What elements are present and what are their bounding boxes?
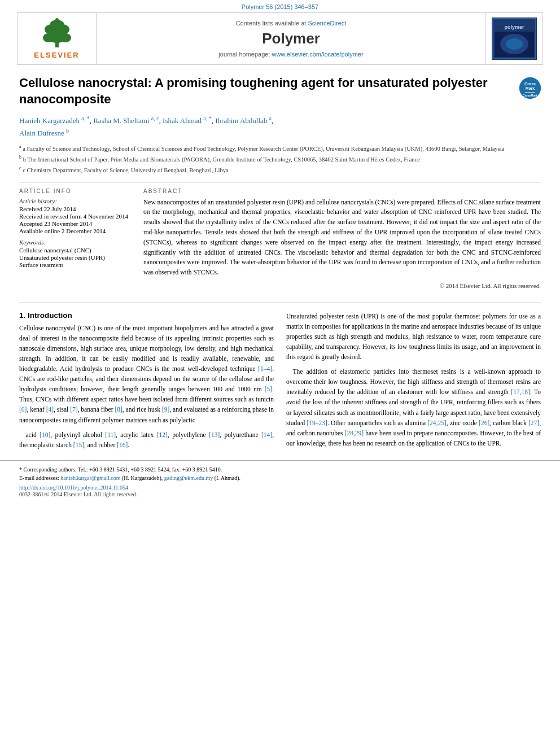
info-abstract-row: ARTICLE INFO Article history: Received 2…	[19, 188, 541, 290]
article-info-col: ARTICLE INFO Article history: Received 2…	[19, 188, 132, 290]
article-history-label: Article history:	[19, 198, 132, 204]
svg-text:CrossMark: CrossMark	[523, 94, 537, 97]
accepted-date: Accepted 23 November 2014	[19, 220, 132, 227]
body-left-col: 1. Introduction Cellulose nanocrystal (C…	[19, 311, 274, 455]
ref-16[interactable]: [16]	[117, 442, 128, 448]
intro-body-text: Cellulose nanocrystal (CNC) is one of th…	[19, 323, 274, 450]
elsevier-tree-icon	[32, 18, 82, 49]
journal-title-section: Contents lists available at ScienceDirec…	[97, 13, 486, 64]
journal-header: ELSEVIER Contents lists available at Sci…	[17, 12, 543, 65]
svg-point-14	[506, 38, 523, 50]
ref-26[interactable]: [26]	[479, 420, 489, 426]
intro-para-1: Cellulose nanocrystal (CNC) is one of th…	[19, 323, 274, 425]
svg-text:Mark: Mark	[526, 86, 535, 90]
svg-point-3	[60, 33, 71, 42]
affiliation-b: b b The International School of Paper, P…	[19, 154, 541, 164]
article-title: Cellulose nanocrystal: A promising tough…	[19, 75, 541, 107]
abstract-heading: ABSTRACT	[143, 188, 541, 194]
author-dufresne[interactable]: Alain Dufresne	[19, 129, 64, 137]
intro-section-title: 1. Introduction	[19, 311, 274, 320]
right-body-text: Unsaturated polyester resin (UPR) is one…	[286, 311, 541, 448]
journal-name: Polymer	[262, 30, 320, 47]
ref-8[interactable]: [8]	[115, 406, 122, 413]
ref-19-23[interactable]: [19–23]	[307, 420, 327, 426]
abstract-col: ABSTRACT New nanocomposites of an unsatu…	[143, 188, 541, 290]
science-direct-link[interactable]: ScienceDirect	[308, 20, 346, 27]
main-divider	[19, 303, 541, 303]
author-sheltami[interactable]: Rasha M. Sheltami	[93, 117, 149, 125]
footnote-area: * Corresponding authors. Tel.: +60 3 892…	[0, 460, 560, 500]
ref-6[interactable]: [6]	[19, 406, 27, 413]
received-date: Received 22 July 2014	[19, 206, 132, 212]
email-link-2[interactable]: gading@ukm.edu.my	[164, 475, 213, 481]
ref-14[interactable]: [14]	[261, 431, 272, 438]
ref-4b[interactable]: [4]	[46, 406, 54, 413]
right-para-1: Unsaturated polyester resin (UPR) is one…	[286, 311, 541, 362]
body-content: 1. Introduction Cellulose nanocrystal (C…	[0, 311, 560, 455]
elsevier-label: ELSEVIER	[34, 51, 79, 59]
keyword-3: Surface treatment	[19, 261, 132, 268]
email-link-1[interactable]: hanieh.kargar@gmail.com	[60, 475, 120, 481]
available-date: Available online 2 December 2014	[19, 228, 132, 234]
keyword-2: Unsaturated polyester resin (UPR)	[19, 254, 132, 261]
polymer-cover-placeholder: polymer	[492, 18, 537, 60]
ref-27[interactable]: [27]	[528, 420, 539, 426]
ref-24-25[interactable]: [24,25]	[427, 420, 447, 426]
ref-11[interactable]: [11]	[105, 431, 116, 438]
section-number: 1.	[19, 311, 25, 320]
ref-28-29[interactable]: [28,29]	[345, 430, 364, 436]
ref-12[interactable]: [12]	[157, 431, 168, 438]
issn-line: 0032-3861/© 2014 Elsevier Ltd. All right…	[19, 491, 541, 497]
doi-line[interactable]: http://dx.doi.org/10.1016/j.polymer.2014…	[19, 484, 541, 491]
email-footnote: E-mail addresses: hanieh.kargar@gmail.co…	[19, 474, 541, 482]
received-revised-label: Received in revised form 4 November 2014	[19, 213, 132, 220]
ref-5[interactable]: [5]	[265, 386, 272, 392]
svg-point-2	[43, 33, 54, 42]
section-divider	[19, 182, 541, 182]
ref-1-4[interactable]: [1–4]	[258, 365, 272, 372]
ref-15[interactable]: [15]	[73, 442, 84, 448]
abstract-text: New nanocomposites of an unsaturated pol…	[143, 198, 541, 278]
journal-homepage-link[interactable]: www.elsevier.com/locate/polymer	[272, 51, 364, 58]
corresponding-footnote: * Corresponding authors. Tel.: +60 3 892…	[19, 465, 541, 474]
science-direct-line: Contents lists available at ScienceDirec…	[236, 20, 347, 27]
affiliation-a: a a Faculty of Science and Technology, S…	[19, 143, 541, 153]
elsevier-logo-section: ELSEVIER	[18, 13, 97, 64]
author-ahmad[interactable]: Ishak Ahmad	[163, 117, 202, 125]
journal-reference: Polymer 56 (2015) 346–357	[0, 0, 560, 12]
ref-9[interactable]: [9]	[162, 406, 169, 413]
ref-13[interactable]: [13]	[209, 431, 220, 438]
author-kargarzadeh[interactable]: Hanieh Kargarzadeh	[19, 117, 80, 125]
email-label: E-mail addresses:	[19, 475, 59, 481]
ref-10[interactable]: [10]	[40, 431, 50, 438]
ref-7[interactable]: [7]	[70, 406, 77, 413]
copyright-notice: © 2014 Elsevier Ltd. All rights reserved…	[143, 282, 541, 289]
email-name-1: (H. Kargarzadeh),	[122, 475, 163, 481]
svg-point-7	[55, 18, 59, 21]
intro-para-2: acid [10], polyvinyl alcohol [11], acryl…	[19, 430, 274, 450]
svg-text:Cross: Cross	[524, 82, 536, 86]
body-right-col: Unsaturated polyester resin (UPR) is one…	[286, 311, 541, 455]
authors-line: Hanieh Kargarzadeh a, *, Rasha M. Shelta…	[19, 114, 541, 139]
crossmark-badge[interactable]: Cross Mark CrossMark	[519, 77, 541, 99]
keywords-label: Keywords:	[19, 239, 132, 246]
crossmark-icon: Cross Mark CrossMark	[519, 77, 541, 99]
right-para-2: The addition of elastomeric particles in…	[286, 366, 541, 448]
ref-17-18[interactable]: [17,18]	[511, 388, 530, 395]
affiliation-c: c c Chemistry Department, Faculty of Sci…	[19, 165, 541, 174]
keyword-1: Cellulose nanocrystal (CNC)	[19, 247, 132, 254]
article-content: Cross Mark CrossMark Cellulose nanocryst…	[0, 65, 560, 295]
article-title-row: Cross Mark CrossMark Cellulose nanocryst…	[19, 75, 541, 107]
author-abdullah[interactable]: Ibrahim Abdullah	[215, 117, 267, 125]
article-info-heading: ARTICLE INFO	[19, 188, 132, 194]
polymer-cover-image: polymer	[486, 13, 542, 64]
section-title-text: Introduction	[28, 311, 72, 320]
email-name-2: (I. Ahmad).	[215, 475, 240, 481]
journal-homepage-line: journal homepage: www.elsevier.com/locat…	[218, 51, 363, 58]
affiliations-section: a a Faculty of Science and Technology, S…	[19, 143, 541, 175]
svg-text:polymer: polymer	[504, 24, 524, 30]
